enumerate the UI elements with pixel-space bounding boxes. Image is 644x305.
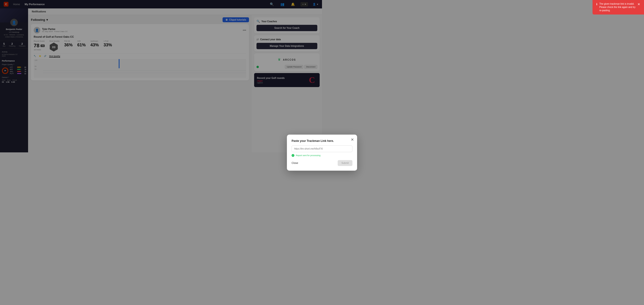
modal-overlay: Paste your Trackman Link here. ✕ ✓ Repor…: [0, 0, 322, 152]
modal-title: Paste your Trackman Link here.: [292, 139, 322, 142]
trackman-modal: Paste your Trackman Link here. ✕ ✓ Repor…: [287, 134, 322, 152]
trackman-link-input[interactable]: [292, 145, 322, 152]
